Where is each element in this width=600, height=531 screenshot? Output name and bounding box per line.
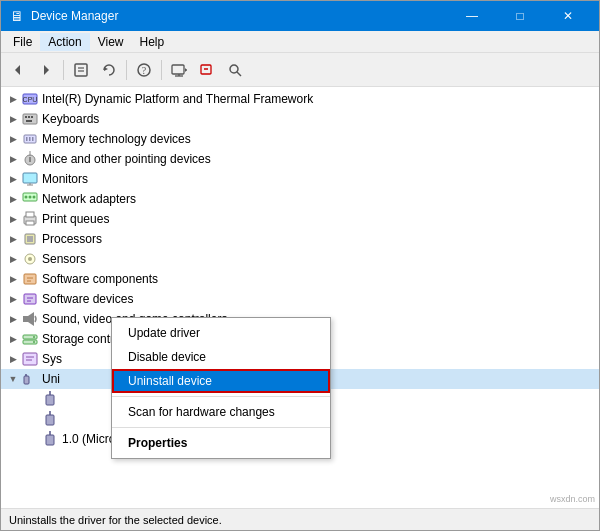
svg-marker-0: [15, 65, 20, 75]
scan-button[interactable]: [222, 57, 248, 83]
svg-point-36: [29, 196, 32, 199]
context-menu: Update driver Disable device Uninstall d…: [111, 317, 331, 459]
label-intel: Intel(R) Dynamic Platform and Thermal Fr…: [42, 92, 313, 106]
menu-view[interactable]: View: [90, 33, 132, 51]
icon-keyboards: [21, 111, 39, 127]
menu-action[interactable]: Action: [40, 33, 89, 51]
expand-monitors[interactable]: ▶: [5, 171, 21, 187]
back-button[interactable]: [5, 57, 31, 83]
svg-rect-40: [26, 221, 34, 225]
svg-rect-45: [24, 274, 36, 284]
window-icon: 🖥: [9, 8, 25, 24]
properties-button[interactable]: [68, 57, 94, 83]
icon-print: [21, 211, 39, 227]
expand-sound[interactable]: ▶: [5, 311, 21, 327]
forward-button[interactable]: [33, 57, 59, 83]
remove-button[interactable]: [194, 57, 220, 83]
expand-print[interactable]: ▶: [5, 211, 21, 227]
ctx-scan-hardware[interactable]: Scan for hardware changes: [112, 400, 330, 424]
ctx-separator: [112, 396, 330, 397]
tree-item-sw-devices[interactable]: ▶ Software devices: [1, 289, 599, 309]
expand-mice[interactable]: ▶: [5, 151, 21, 167]
svg-point-55: [33, 336, 35, 338]
svg-text:?: ?: [142, 65, 147, 76]
expand-storage[interactable]: ▶: [5, 331, 21, 347]
tree-item-print[interactable]: ▶ Print queues: [1, 209, 599, 229]
menu-file[interactable]: File: [5, 33, 40, 51]
svg-rect-64: [46, 415, 54, 425]
tree-item-intel[interactable]: ▶ CPU Intel(R) Dynamic Platform and Ther…: [1, 89, 599, 109]
expand-sys[interactable]: ▶: [5, 351, 21, 367]
close-button[interactable]: ✕: [545, 1, 591, 31]
icon-sound: [21, 311, 39, 327]
label-processors: Processors: [42, 232, 102, 246]
expand-keyboards[interactable]: ▶: [5, 111, 21, 127]
icon-sensors: [21, 251, 39, 267]
svg-rect-19: [23, 114, 37, 124]
minimize-button[interactable]: —: [449, 1, 495, 31]
expand-sensors[interactable]: ▶: [5, 251, 21, 267]
label-sensors: Sensors: [42, 252, 86, 266]
svg-rect-23: [26, 120, 32, 122]
ctx-properties[interactable]: Properties: [112, 431, 330, 455]
scan-computer-button[interactable]: [166, 57, 192, 83]
svg-rect-22: [31, 116, 33, 118]
expand-processors[interactable]: ▶: [5, 231, 21, 247]
title-bar-controls: — □ ✕: [449, 1, 591, 31]
toolbar-sep-2: [126, 60, 127, 80]
content-area: ▶ CPU Intel(R) Dynamic Platform and Ther…: [1, 87, 599, 508]
tree-item-mice[interactable]: ▶ Mice and other pointing devices: [1, 149, 599, 169]
svg-rect-2: [75, 64, 87, 76]
expand-intel[interactable]: ▶: [5, 91, 21, 107]
svg-marker-5: [104, 67, 108, 71]
tree-item-sensors[interactable]: ▶ Sensors: [1, 249, 599, 269]
expand-uni-child1: [25, 391, 41, 407]
svg-point-15: [230, 65, 238, 73]
refresh-button[interactable]: [96, 57, 122, 83]
icon-intel: CPU: [21, 91, 39, 107]
tree-item-monitors[interactable]: ▶ Monitors: [1, 169, 599, 189]
expand-network[interactable]: ▶: [5, 191, 21, 207]
ctx-update-driver[interactable]: Update driver: [112, 321, 330, 345]
device-manager-window: 🖥 Device Manager — □ ✕ File Action View …: [0, 0, 600, 531]
expand-uni-child2: [25, 411, 41, 427]
svg-rect-8: [172, 65, 184, 74]
icon-uni-child2: [41, 411, 59, 427]
svg-marker-12: [185, 68, 187, 72]
tree-item-memory[interactable]: ▶ Memory technology devices: [1, 129, 599, 149]
svg-marker-1: [44, 65, 49, 75]
svg-rect-29: [29, 157, 31, 162]
svg-text:CPU: CPU: [23, 96, 38, 103]
svg-rect-25: [26, 137, 28, 141]
menu-help[interactable]: Help: [132, 33, 173, 51]
menu-bar: File Action View Help: [1, 31, 599, 53]
label-keyboards: Keyboards: [42, 112, 99, 126]
tree-item-processors[interactable]: ▶ Processors: [1, 229, 599, 249]
ctx-disable-device[interactable]: Disable device: [112, 345, 330, 369]
maximize-button[interactable]: □: [497, 1, 543, 31]
svg-rect-60: [24, 376, 29, 384]
ctx-separator-2: [112, 427, 330, 428]
svg-point-35: [25, 196, 28, 199]
label-sys: Sys: [42, 352, 62, 366]
ctx-uninstall-device[interactable]: Uninstall device: [112, 369, 330, 393]
svg-line-16: [237, 72, 241, 76]
help-button[interactable]: ?: [131, 57, 157, 83]
svg-point-56: [33, 341, 35, 343]
label-sw-devices: Software devices: [42, 292, 133, 306]
expand-uni[interactable]: ▼: [5, 371, 21, 387]
expand-sw-components[interactable]: ▶: [5, 271, 21, 287]
svg-rect-57: [23, 353, 37, 365]
tree-item-keyboards[interactable]: ▶ Keyboards: [1, 109, 599, 129]
icon-uni-child1: [41, 391, 59, 407]
svg-rect-21: [28, 116, 30, 118]
tree-item-sw-components[interactable]: ▶ Software components: [1, 269, 599, 289]
label-network: Network adapters: [42, 192, 136, 206]
expand-memory[interactable]: ▶: [5, 131, 21, 147]
svg-rect-27: [32, 137, 34, 141]
tree-item-network[interactable]: ▶ Network adapters: [1, 189, 599, 209]
expand-sw-devices[interactable]: ▶: [5, 291, 21, 307]
expand-uni-child3: [25, 431, 41, 447]
icon-memory: [21, 131, 39, 147]
status-bar: Uninstalls the driver for the selected d…: [1, 508, 599, 530]
